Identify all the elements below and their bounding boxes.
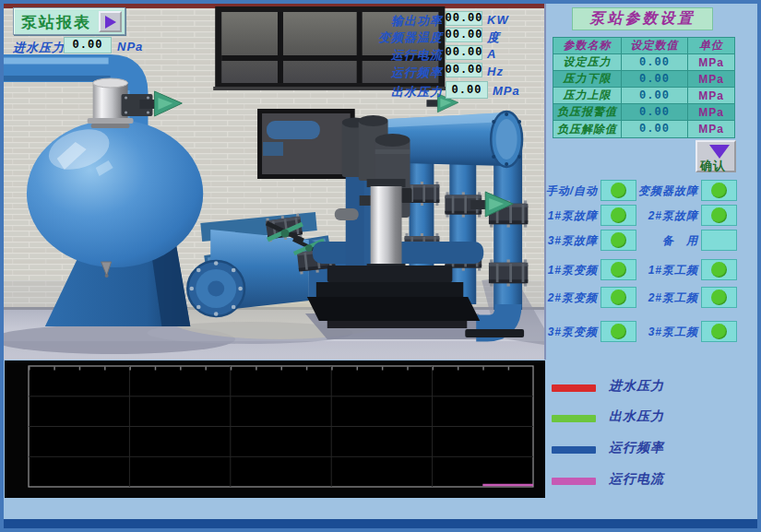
frame-edge <box>0 528 761 532</box>
indicator-dot <box>611 207 626 223</box>
param-name: 负压解除值 <box>553 121 622 137</box>
param-value-field[interactable]: 0.00 <box>622 88 688 104</box>
report-button[interactable]: 泵站报表 <box>13 7 125 35</box>
legend-label-frequency: 运行频率 <box>609 440 664 456</box>
legend-label-inlet: 进水压力 <box>609 378 664 395</box>
status-label-pump2-fault: 2#泵故障 <box>636 208 698 224</box>
status-label-pump3-vfd: 3#泵变频 <box>541 325 598 340</box>
param-value-field[interactable]: 0.00 <box>622 104 688 121</box>
inverter-temp-unit: 度 <box>487 30 500 46</box>
inverter-temp-value: 00.00 <box>446 28 482 42</box>
run-frequency-value: 00.00 <box>446 63 482 77</box>
indicator-dot <box>611 290 626 305</box>
lower-window <box>257 109 355 179</box>
status-label-spare: 备 用 <box>636 233 698 249</box>
col-unit: 单位 <box>688 38 734 54</box>
legend-swatch-frequency <box>552 446 596 454</box>
footer-bar <box>4 519 757 528</box>
status-indicator <box>600 230 636 251</box>
inlet-pressure-unit: NPa <box>117 40 143 53</box>
legend-label-current: 运行电流 <box>609 471 664 488</box>
legend-label-outlet: 出水压力 <box>609 408 664 425</box>
settings-row: 负压报警值 0.00 MPa <box>553 104 734 121</box>
param-name: 压力下限 <box>553 71 622 88</box>
status-indicator <box>600 321 636 342</box>
play-triangle-icon <box>105 16 116 29</box>
param-name: 负压报警值 <box>553 104 622 121</box>
trend-chart-plot <box>5 361 545 498</box>
param-unit: MPa <box>688 121 734 137</box>
indicator-dot <box>711 262 727 278</box>
report-button-label: 泵站报表 <box>21 12 91 33</box>
status-indicator <box>600 287 636 308</box>
pump-station-hmi: 泵站报表 进水压力 0.00 NPa 输出功率 00.00 KW 变频器温度 0… <box>0 0 761 532</box>
settings-row: 压力下限 0.00 MPa <box>553 71 734 88</box>
status-indicator <box>600 180 636 201</box>
legend-swatch-outlet <box>552 415 596 422</box>
outlet-pressure-unit: MPa <box>493 84 520 98</box>
inlet-pressure-label: 进水压力 <box>13 40 63 56</box>
col-param-name: 参数名称 <box>553 38 622 54</box>
status-label-pump1-vfd: 1#泵变频 <box>541 263 598 278</box>
inlet-pressure-value: 0.00 <box>64 37 112 53</box>
status-indicator <box>701 180 737 201</box>
indicator-dot <box>611 262 626 278</box>
status-indicator <box>701 230 737 251</box>
indicator-dot <box>711 207 727 223</box>
run-current-value: 00.00 <box>446 45 482 60</box>
frame-edge <box>0 0 761 4</box>
output-power-value: 00.00 <box>446 11 482 26</box>
settings-table-header: 参数名称 设定数值 单位 <box>553 38 734 54</box>
status-label-pump3-line: 3#泵工频 <box>636 325 698 340</box>
settings-row: 设定压力 0.00 MPa <box>553 54 734 71</box>
run-frequency-label: 运行频率 <box>304 65 443 81</box>
report-open-button[interactable] <box>99 11 122 32</box>
param-unit: MPa <box>688 71 734 88</box>
frame-edge <box>0 0 4 532</box>
indicator-dot <box>611 183 626 198</box>
settings-row: 负压解除值 0.00 MPa <box>553 121 734 137</box>
run-current-label: 运行电流 <box>304 47 443 64</box>
indicator-dot <box>711 324 727 339</box>
legend-swatch-current <box>552 478 596 485</box>
indicator-dot <box>711 290 727 305</box>
status-label-auto-manual: 手动/自动 <box>541 183 598 199</box>
status-indicator <box>600 259 636 280</box>
status-label-pump1-fault: 1#泵故障 <box>541 208 598 224</box>
param-value-field[interactable]: 0.00 <box>622 71 688 88</box>
status-indicator <box>600 205 636 226</box>
settings-table: 参数名称 设定数值 单位 设定压力 0.00 MPa 压力下限 0.00 MPa… <box>553 37 735 138</box>
col-set-value: 设定数值 <box>622 38 688 54</box>
outlet-pressure-label: 出水压力 <box>304 84 443 100</box>
status-label-pump3-fault: 3#泵故障 <box>541 233 598 249</box>
settings-panel-title: 泵站参数设置 <box>572 7 713 30</box>
run-current-unit: A <box>487 47 496 61</box>
output-power-unit: KW <box>487 13 509 27</box>
legend-swatch-inlet <box>552 384 596 392</box>
param-value-field[interactable]: 0.00 <box>622 54 688 71</box>
param-name: 设定压力 <box>553 54 622 71</box>
trend-chart <box>5 361 545 498</box>
param-name: 压力上限 <box>553 88 622 104</box>
confirm-button[interactable]: 确认 <box>696 140 736 172</box>
status-label-pump1-line: 1#泵工频 <box>636 263 698 278</box>
param-unit: MPa <box>688 88 734 104</box>
status-label-vfd-fault: 变频器故障 <box>636 183 698 199</box>
status-label-pump2-line: 2#泵工频 <box>636 290 698 306</box>
status-indicator <box>701 259 737 280</box>
param-unit: MPa <box>688 54 734 71</box>
status-label-pump2-vfd: 2#泵变频 <box>541 290 598 306</box>
confirm-button-label: 确认 <box>700 158 726 174</box>
outlet-pressure-value: 0.00 <box>446 81 488 99</box>
status-indicator <box>701 287 737 308</box>
status-indicator <box>701 321 737 342</box>
indicator-dot <box>611 324 626 339</box>
frame-edge <box>757 0 761 532</box>
down-triangle-icon <box>709 145 730 159</box>
inverter-temp-label: 变频器温度 <box>304 30 443 46</box>
param-unit: MPa <box>688 104 734 121</box>
status-indicator <box>701 205 737 226</box>
indicator-dot <box>711 183 727 198</box>
param-value-field[interactable]: 0.00 <box>622 121 688 137</box>
pump-barrel <box>371 186 402 266</box>
